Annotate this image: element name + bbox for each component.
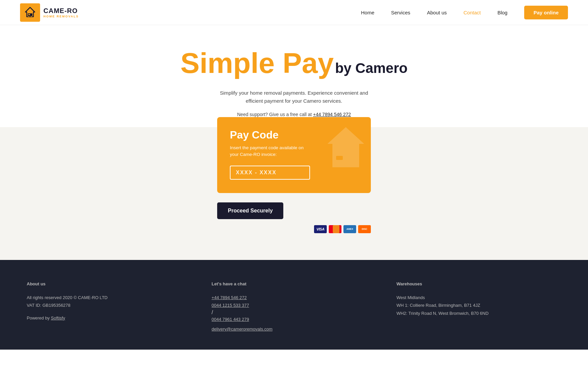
svg-point-8 (348, 162, 352, 167)
footer-grid: About us All rights reserved 2020 © CAME… (27, 280, 561, 333)
footer-chat-phones-line: 0044 1215 533 377 / 0044 7961 443 279 (211, 301, 376, 323)
logo[interactable]: CAME-RO HOME REMOVALS (20, 3, 79, 22)
hero-support: Need support? Give us a free call at +44… (7, 112, 581, 117)
hero-subtitle: by Camero (335, 60, 408, 76)
site-header: CAME-RO HOME REMOVALS Home Services Abou… (0, 0, 588, 25)
nav-about[interactable]: About us (427, 10, 447, 15)
footer-powered: Powered by Softisfy (27, 314, 191, 322)
footer-chat-phone1[interactable]: +44 7894 546 272 (211, 294, 376, 301)
pay-card-wrapper: Pay Code Insert the payment code availab… (217, 117, 371, 233)
amex-icon: AMEX (343, 225, 356, 233)
nav-blog[interactable]: Blog (497, 10, 507, 15)
pay-online-button[interactable]: Pay online (524, 6, 568, 19)
footer-chat-separator: / (211, 309, 213, 315)
logo-title: CAME-RO (43, 7, 79, 15)
proceed-securely-button[interactable]: Proceed Securely (217, 202, 283, 219)
footer-about-vat: VAT ID: GB195356278 (27, 301, 191, 309)
main-content: Pay Code Insert the payment code availab… (0, 127, 588, 260)
pay-card: Pay Code Insert the payment code availab… (217, 117, 371, 193)
footer-warehouses-region: West Midlands (397, 294, 561, 301)
footer-about: About us All rights reserved 2020 © CAME… (27, 280, 191, 333)
svg-point-3 (31, 16, 32, 17)
discover-icon: DISC (358, 225, 371, 233)
footer-warehouse2: WH2: Trinity Road N, West Bromwich, B70 … (397, 309, 561, 317)
footer-about-copyright: All rights reserved 2020 © CAME-RO LTD (27, 294, 191, 301)
footer-softisfy-link[interactable]: Softisfy (51, 315, 65, 320)
nav-contact[interactable]: Contact (463, 10, 481, 15)
svg-rect-9 (336, 156, 343, 160)
card-illustration (324, 124, 368, 175)
hero-description: Simplify your home removal payments. Exp… (214, 89, 374, 105)
hero-title-block: Simple Payby Camero (7, 49, 581, 77)
footer-chat: Let's have a chat +44 7894 546 272 0044 … (211, 280, 376, 333)
svg-point-7 (336, 162, 340, 167)
footer-warehouse1: WH 1: Colliere Road, Birmingham, B71 4JZ (397, 301, 561, 309)
hero-support-prefix: Need support? Give us a free call at (237, 112, 313, 117)
visa-icon: VISA (314, 225, 327, 233)
pay-code-input[interactable] (230, 166, 310, 180)
footer-powered-prefix: Powered by (27, 315, 51, 320)
mastercard-icon (329, 225, 341, 233)
site-footer: About us All rights reserved 2020 © CAME… (0, 260, 588, 350)
hero-support-phone[interactable]: +44 7894 546 272 (313, 112, 351, 117)
nav-services[interactable]: Services (391, 10, 410, 15)
footer-chat-phone2[interactable]: 0044 1215 533 377 (211, 301, 376, 309)
footer-warehouses-title: Warehouses (397, 280, 561, 288)
footer-warehouses: Warehouses West Midlands WH 1: Colliere … (397, 280, 561, 333)
hero-section: Simple Payby Camero Simplify your home r… (0, 25, 588, 127)
footer-about-title: About us (27, 280, 191, 288)
footer-chat-phone3[interactable]: 0044 7961 443 279 (211, 315, 376, 323)
pay-card-description: Insert the payment code available on you… (230, 145, 310, 158)
nav-home[interactable]: Home (361, 10, 374, 15)
payment-icons: VISA AMEX DISC (314, 225, 371, 233)
svg-rect-4 (28, 14, 30, 15)
main-nav: Home Services About us Contact Blog Pay … (361, 6, 568, 19)
svg-point-2 (28, 16, 29, 17)
logo-subtitle: HOME REMOVALS (43, 15, 79, 18)
logo-icon (20, 3, 40, 22)
footer-chat-email[interactable]: delivery@cameroremovals.com (211, 325, 376, 333)
logo-text: CAME-RO HOME REMOVALS (43, 7, 79, 18)
hero-title: Simple Pay (180, 49, 334, 77)
footer-chat-title: Let's have a chat (211, 280, 376, 288)
